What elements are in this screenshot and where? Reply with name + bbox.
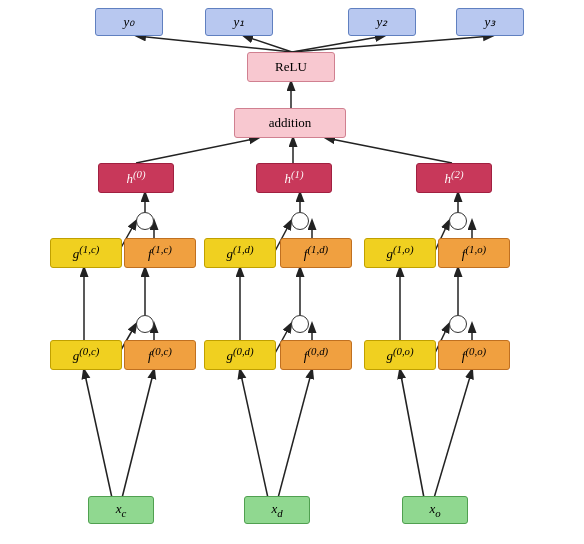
output-y1: y₁ — [205, 8, 273, 36]
f1d-node: f(1,d) — [280, 238, 352, 268]
output-y3: y₃ — [456, 8, 524, 36]
circle-0-mid — [291, 315, 309, 333]
g1c-node: g(1,c) — [50, 238, 122, 268]
g0c-node: g(0,c) — [50, 340, 122, 370]
circle-1-right — [449, 212, 467, 230]
g1d-node: g(1,d) — [204, 238, 276, 268]
g0o-node: g(0,o) — [364, 340, 436, 370]
f0c-node: f(0,c) — [124, 340, 196, 370]
svg-line-31 — [400, 370, 424, 498]
h1-node: h(1) — [256, 163, 332, 193]
f0o-node: f(0,o) — [438, 340, 510, 370]
f1c-node: f(1,c) — [124, 238, 196, 268]
svg-line-27 — [84, 370, 112, 498]
circle-1-mid — [291, 212, 309, 230]
f1o-node: f(1,o) — [438, 238, 510, 268]
xd-node: xd — [244, 496, 310, 524]
relu-node: ReLU — [247, 52, 335, 82]
h0-node: h(0) — [98, 163, 174, 193]
h2-node: h(2) — [416, 163, 492, 193]
svg-line-28 — [278, 370, 312, 498]
circle-1-left — [136, 212, 154, 230]
svg-line-29 — [240, 370, 268, 498]
f0d-node: f(0,d) — [280, 340, 352, 370]
svg-line-30 — [434, 370, 472, 498]
svg-line-3 — [292, 36, 492, 52]
svg-line-7 — [326, 138, 452, 163]
svg-line-0 — [137, 36, 292, 52]
svg-line-5 — [136, 138, 258, 163]
circle-0-right — [449, 315, 467, 333]
svg-line-26 — [122, 370, 154, 498]
circle-0-left — [136, 315, 154, 333]
addition-node: addition — [234, 108, 346, 138]
diagram: y₀ y₁ y₂ y₃ ReLU addition h(0) h(1) h(2)… — [0, 0, 584, 544]
output-y0: y₀ — [95, 8, 163, 36]
xo-node: xo — [402, 496, 468, 524]
g1o-node: g(1,o) — [364, 238, 436, 268]
xc-node: xc — [88, 496, 154, 524]
g0d-node: g(0,d) — [204, 340, 276, 370]
svg-line-1 — [244, 36, 292, 52]
svg-line-2 — [292, 36, 384, 52]
output-y2: y₂ — [348, 8, 416, 36]
